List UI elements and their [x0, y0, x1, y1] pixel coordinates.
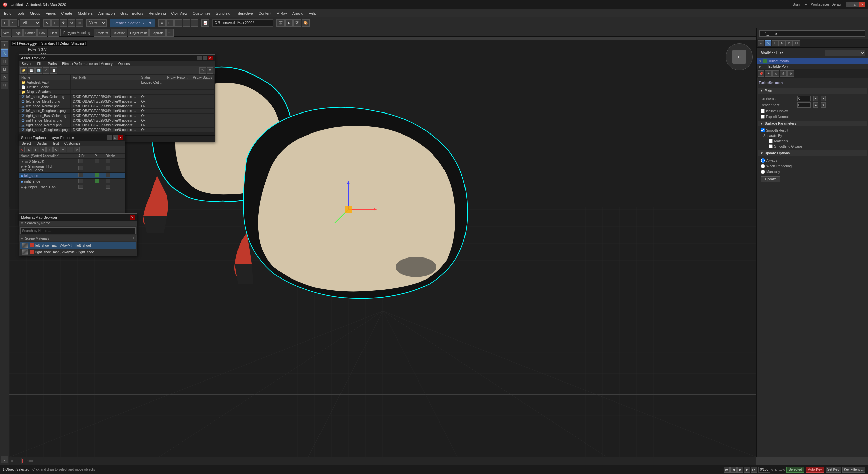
se-close-btn[interactable]: ✕ [118, 135, 123, 140]
smoothing-groups-input[interactable] [769, 144, 773, 148]
scale-btn[interactable]: ⊞ [76, 19, 83, 27]
sidebar-utilities-icon[interactable]: U [1, 82, 8, 89]
when-rendering-radio[interactable]: When Rendering [761, 163, 864, 169]
menu-customize[interactable]: Customize [190, 11, 213, 16]
move-btn[interactable]: ✥ [60, 19, 67, 27]
mirror-btn[interactable]: ⊢ [166, 19, 174, 27]
at-toolbar-btn3[interactable]: 🔄 [35, 67, 42, 74]
at-menu-options[interactable]: Options [116, 61, 132, 66]
show-end-result-icon[interactable]: 👁 [765, 70, 772, 77]
create-panel-icon[interactable]: ✦ [758, 40, 764, 46]
next-frame-btn[interactable]: ⏭ [751, 467, 757, 473]
object-name-input[interactable] [759, 30, 865, 37]
menu-arnold[interactable]: Arnold [290, 11, 306, 16]
menu-scripting[interactable]: Scripting [213, 11, 233, 16]
rotate-btn[interactable]: ↻ [68, 19, 75, 27]
at-toolbar-btn2[interactable]: 💾 [28, 67, 35, 74]
sidebar-layers-icon[interactable]: L [1, 456, 8, 463]
render-iters-up[interactable]: ▲ [813, 102, 818, 108]
mat-right-shoe[interactable]: right_shoe_mat ( VRayMtl ) [right_shoe] [20, 249, 136, 255]
materials-input[interactable] [769, 139, 773, 143]
modifier-turbosmooth[interactable]: ▼ TurboSmooth [757, 58, 868, 64]
quick-render-btn[interactable]: ▶ [285, 19, 293, 27]
close-button[interactable]: ✕ [859, 2, 865, 7]
display-panel-icon[interactable]: D [786, 40, 793, 46]
make-unique-icon[interactable]: ◇ [772, 70, 779, 77]
se-filter-btn[interactable]: F [33, 147, 39, 152]
redo-button[interactable]: ↪ [9, 19, 17, 27]
play-btn[interactable]: ▶ [737, 467, 743, 473]
menu-edit[interactable]: Edit [1, 11, 13, 16]
align-btn[interactable]: ⊣ [174, 19, 182, 27]
se-hierarchy-btn[interactable]: H [40, 147, 46, 152]
array-btn[interactable]: ⊤ [183, 19, 190, 27]
turbosmooth-main-section[interactable]: ▼ Main [758, 88, 867, 94]
populate-btn[interactable]: Populate [149, 29, 166, 37]
menu-interactive[interactable]: Interactive [233, 11, 256, 16]
menu-civil-view[interactable]: Civil View [169, 11, 190, 16]
sidebar-hierarchy-icon[interactable]: H [1, 58, 8, 65]
at-toolbar-btn1[interactable]: 📁 [20, 67, 27, 74]
menu-tools[interactable]: Tools [13, 11, 27, 16]
at-toolbar-settings[interactable]: ⚙ [207, 67, 213, 74]
se-delete-btn[interactable]: ✕ [20, 148, 23, 152]
at-menu-paths[interactable]: Paths [45, 61, 60, 66]
explicit-normals-input[interactable] [761, 115, 765, 119]
se-menu-select[interactable]: Select [19, 141, 34, 146]
modifier-check-turbosmooth[interactable] [763, 59, 767, 63]
at-toolbar-btn4[interactable]: ✓ [43, 67, 49, 74]
iterations-input[interactable] [797, 96, 811, 101]
se-refresh-btn[interactable]: ↻ [74, 147, 80, 152]
prev-frame-btn[interactable]: ⏮ [724, 467, 730, 473]
layer-btn[interactable]: ≡ [158, 19, 166, 27]
pin-stack-icon[interactable]: 📌 [758, 70, 764, 77]
menu-create[interactable]: Create [58, 11, 75, 16]
manually-radio[interactable]: Manually [761, 169, 864, 175]
se-expand-btn[interactable]: + [60, 147, 66, 152]
at-menu-server[interactable]: Server [19, 61, 34, 66]
modifier-editable-poly[interactable]: ▶ Editable Poly [757, 64, 868, 69]
smooth-result-input[interactable] [761, 128, 765, 132]
iterations-down[interactable]: ▼ [821, 96, 826, 101]
se-group-btn[interactable]: G [53, 147, 59, 152]
motion-panel-icon[interactable]: M [779, 40, 786, 46]
select-object-btn[interactable]: ↖ [43, 19, 51, 27]
se-restore-btn[interactable]: □ [113, 135, 118, 140]
selection-pm-btn[interactable]: Selection [111, 29, 127, 37]
time-scrubber[interactable] [21, 458, 22, 464]
smoothing-groups-checkbox[interactable]: Smoothing Groups [763, 144, 864, 149]
se-minimize-btn[interactable]: — [107, 135, 112, 140]
at-restore-btn[interactable]: □ [203, 56, 207, 60]
subobj-poly-btn[interactable]: Poly [37, 29, 47, 37]
mat-search-input[interactable] [20, 227, 136, 234]
at-close-btn[interactable]: ✕ [208, 56, 213, 60]
isoline-display-checkbox[interactable]: Isoline Display [761, 108, 864, 114]
object-paint-btn[interactable]: Object Paint [128, 29, 149, 37]
subobj-element-btn[interactable]: Elem [48, 29, 59, 37]
se-sort-btn[interactable]: ↑ [46, 147, 53, 152]
keyfilters-button[interactable]: Key Filters ... [842, 467, 865, 473]
sidebar-motion-icon[interactable]: M [1, 66, 8, 73]
always-radio-input[interactable] [761, 158, 765, 163]
menu-group[interactable]: Group [27, 11, 43, 16]
list-item[interactable]: ◆ left_shoe [19, 173, 125, 179]
se-menu-customize[interactable]: Customize [62, 141, 83, 146]
curve-editor-btn[interactable]: 📈 [201, 19, 209, 27]
menu-vray[interactable]: V-Ray [274, 11, 290, 16]
at-minimize-btn[interactable]: — [197, 56, 202, 60]
viewport-nav-widget[interactable]: TOP [726, 43, 753, 70]
modify-panel-icon[interactable]: 🔧 [765, 40, 771, 46]
at-menu-file[interactable]: File [34, 61, 45, 66]
at-toolbar-btn5[interactable]: 📋 [50, 67, 57, 74]
render-setup-btn[interactable]: 🎬 [276, 19, 285, 27]
materials-checkbox[interactable]: Materials [763, 138, 864, 144]
se-layers-btn[interactable]: L [26, 147, 32, 152]
next-key-btn[interactable]: ▶ [744, 467, 750, 473]
mb-section-collapse[interactable]: ⋮ [132, 236, 136, 240]
extra-pm-btn[interactable]: ••• [166, 29, 174, 37]
sidebar-display-icon[interactable]: D [1, 74, 8, 81]
restore-button[interactable]: □ [852, 2, 859, 7]
manually-radio-input[interactable] [761, 170, 765, 174]
menu-views[interactable]: Views [43, 11, 58, 16]
when-rendering-radio-input[interactable] [761, 164, 765, 168]
